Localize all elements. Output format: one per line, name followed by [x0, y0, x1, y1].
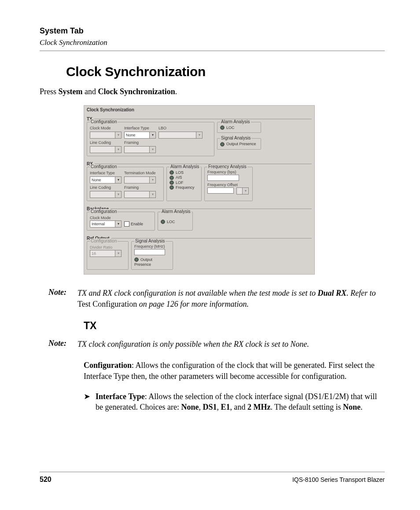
tx-section: TX Configuration Clock Mode ▾ Interface …: [87, 117, 312, 157]
page-title: Clock Synchronization: [66, 64, 385, 79]
ro-divider-label: Divider Ratio: [90, 245, 125, 249]
bullet-b4: 2 MHz: [247, 403, 270, 411]
bullet-arrow-icon: ➤: [84, 391, 90, 413]
tx-signal-legend: Signal Analysis: [220, 136, 251, 140]
ro-signal-group: Signal Analysis Frequency (MHz) Output P…: [131, 241, 173, 270]
bullet-b: . The default setting is: [270, 403, 343, 411]
chevron-down-icon: ▾: [149, 177, 155, 183]
bp-clockmode-value: Internal: [92, 222, 105, 226]
tx-iftype-value: None: [126, 133, 136, 137]
bp-clockmode-select[interactable]: Internal▾: [90, 220, 122, 227]
rx-freq-legend: Frequency Analysis: [207, 164, 247, 169]
bullet-s3: , and: [230, 403, 247, 411]
rx-alarm-freq: Frequency: [176, 185, 195, 190]
intro-paragraph: Press System and Clock Synchronization.: [40, 87, 385, 96]
tx-signal-out: Output Presence: [226, 142, 256, 146]
rx-freq-off-field: [207, 187, 234, 194]
ro-divider-value: 16: [92, 251, 96, 256]
tx-clockmode-label: Clock Mode: [90, 126, 122, 130]
bp-config-group: Configuration Clock Mode Internal▾ Enabl…: [87, 212, 155, 231]
rx-framing-label: Framing: [124, 185, 156, 190]
bullet-bold: Interface Type: [96, 392, 145, 401]
chevron-down-icon: ▾: [149, 147, 155, 153]
rx-framing-select[interactable]: ▾: [124, 191, 156, 198]
note-label: Note:: [48, 288, 71, 309]
bullet-b2: DS1: [203, 403, 217, 411]
tx-heading: TX: [84, 320, 385, 332]
bullet-body: Interface Type: Allows the selection of …: [96, 391, 385, 413]
page-footer: 520 IQS-8100 Series Transport Blazer: [40, 472, 385, 484]
rx-linecoding-select[interactable]: ▾: [90, 191, 122, 198]
rx-freq-off-unit[interactable]: ▾: [236, 187, 249, 194]
note-1: Note: TX and RX clock configuration is n…: [48, 288, 385, 309]
bp-alarm-loc: LOC: [167, 220, 175, 224]
panel-title: Clock Synchronization: [87, 107, 312, 112]
tx-framing-select[interactable]: ▾: [124, 146, 156, 153]
rx-termmode-label: Termination Mode: [124, 171, 156, 175]
tx-iftype-label: Interface Type: [124, 126, 156, 130]
rx-freq-group: Frequency Analysis Frequency (bps) Frequ…: [204, 167, 253, 201]
note1-bold: Dual RX: [317, 289, 346, 297]
tx-alarm-loc: LOC: [226, 125, 235, 130]
tx-alarm-group: Alarm Analysis LOC: [217, 122, 261, 133]
footer-rule: [40, 472, 385, 472]
ro-divider-select[interactable]: 16▾: [90, 250, 122, 257]
config-paragraph: Configuration: Allows the configuration …: [84, 360, 385, 382]
rx-config-legend: Configuration: [90, 164, 118, 169]
rx-freq-bps-label: Frequency (bps): [207, 170, 250, 174]
bp-config-legend: Configuration: [90, 209, 118, 214]
header-rule: [40, 51, 385, 51]
bullet-b3: E1: [221, 403, 230, 411]
tx-config-legend: Configuration: [90, 119, 118, 124]
clock-sync-panel-screenshot: Clock Synchronization TX Configuration C…: [84, 105, 315, 275]
rx-iftype-select[interactable]: None▾: [90, 176, 122, 183]
rx-linecoding-label: Line Coding: [90, 185, 122, 190]
bp-alarm-group: Alarm Analysis LOC: [158, 212, 193, 231]
tx-lbo-select[interactable]: ▾: [158, 132, 203, 139]
chevron-down-icon: ▾: [115, 250, 121, 257]
note1-b: . Refer to: [346, 289, 376, 297]
rx-freq-off-label: Frequency Offset: [207, 183, 250, 187]
led-icon: [161, 220, 165, 224]
chevron-down-icon: ▾: [149, 132, 155, 138]
note-body: TX and RX clock configuration is not ava…: [77, 288, 385, 309]
page-number: 520: [40, 476, 52, 484]
chevron-down-icon: ▾: [115, 221, 121, 227]
note1-c: on page 126 for more information.: [137, 300, 249, 308]
chevron-down-icon: ▾: [242, 188, 248, 194]
rx-config-group: Configuration Interface Type None▾ Termi…: [87, 167, 164, 201]
bp-enable-checkbox[interactable]: [124, 221, 129, 227]
intro-b1: System: [59, 87, 83, 96]
ro-mhz-label: Frequency (MHz): [134, 244, 170, 249]
intro-b2: Clock Synchronization: [98, 87, 175, 96]
note-2: Note: TX clock configuration is only pos…: [48, 339, 385, 349]
chevron-down-icon: ▾: [115, 132, 121, 138]
bp-clockmode-label: Clock Mode: [90, 216, 152, 220]
led-icon: [169, 185, 174, 190]
led-icon: [220, 125, 225, 130]
tx-iftype-select[interactable]: None▾: [124, 132, 156, 139]
led-icon: [169, 176, 174, 180]
chevron-down-icon: ▾: [115, 177, 121, 183]
rx-termmode-select[interactable]: ▾: [124, 176, 156, 183]
iftype-bullet: ➤ Interface Type: Allows the selection o…: [84, 391, 385, 413]
rx-section: RX Configuration Interface Type None▾ Te…: [87, 161, 312, 202]
backplane-section: Backplane Configuration Clock Mode Inter…: [87, 206, 312, 231]
note1-roman: Test Configuration: [77, 300, 137, 308]
bp-alarm-legend: Alarm Analysis: [161, 209, 192, 214]
ro-config-group: Configuration Divider Ratio 16▾: [87, 241, 129, 270]
refout-section: Ref Output Configuration Divider Ratio 1…: [87, 236, 312, 271]
note1-a: TX and RX clock configuration is not ava…: [77, 289, 317, 297]
config-bold: Configuration: [84, 361, 132, 370]
rx-freq-bps-field: [207, 175, 239, 181]
led-icon: [134, 257, 139, 262]
note-body: TX clock configuration is only possible …: [77, 339, 309, 349]
rx-alarm-legend: Alarm Analysis: [169, 164, 200, 169]
bullet-b5: None: [343, 403, 361, 411]
tx-config-group: Configuration Clock Mode ▾ Interface Typ…: [87, 122, 214, 156]
rx-alarm-lof: LOF: [176, 180, 184, 185]
tx-linecoding-select[interactable]: ▾: [90, 146, 122, 153]
note-label: Note:: [48, 339, 71, 349]
tx-clockmode-select[interactable]: ▾: [90, 132, 122, 139]
ro-mhz-field: [134, 249, 165, 255]
